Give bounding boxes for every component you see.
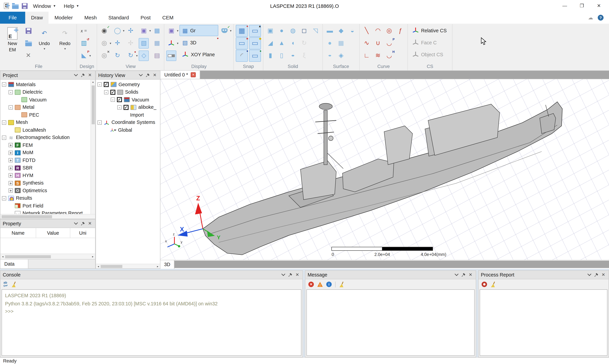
ellipsoid-tool[interactable]: ● xyxy=(288,50,298,61)
process-report-list[interactable] xyxy=(480,289,608,356)
pin-panel-icon[interactable] xyxy=(594,272,599,278)
snap-vertex-button[interactable]: ▭▲ xyxy=(249,25,261,37)
spring-tool[interactable]: ξ xyxy=(299,50,309,61)
message-list[interactable] xyxy=(306,289,475,356)
dropdown-caret-icon[interactable]: ▾ xyxy=(149,29,151,32)
visibility-checkbox[interactable]: ✓ xyxy=(110,90,115,95)
plane-toggle-button[interactable]: ◇ xyxy=(139,50,149,61)
tree-item-electromagnetic-solution[interactable]: -≋Electromagnetic Solution xyxy=(2,134,91,141)
tab-modeler[interactable]: Modeler xyxy=(49,12,78,24)
tree-expander[interactable]: - xyxy=(2,135,6,140)
close-panel-icon[interactable]: ✕ xyxy=(87,221,93,227)
cone-tool[interactable]: ▲ xyxy=(277,38,287,48)
tree-item-fdtd[interactable]: +TFDTD xyxy=(2,156,91,164)
snap-midpoint-button[interactable]: ▭◆ xyxy=(249,37,261,49)
scroll-right-icon[interactable]: ► xyxy=(91,255,95,258)
working-plane-button[interactable]: ◣P xyxy=(79,50,89,61)
scroll-left-icon[interactable]: ◄ xyxy=(0,255,5,258)
open-project-icon[interactable] xyxy=(12,4,19,9)
measure-button[interactable]: ▥↺ xyxy=(79,38,89,48)
close-panel-icon[interactable]: ✕ xyxy=(295,272,300,278)
tab-mesh[interactable]: Mesh xyxy=(78,12,103,24)
arc-tool[interactable]: ◠ xyxy=(373,26,383,36)
mesh-surface-tool[interactable]: ▦ xyxy=(336,38,346,48)
tree-item-synthesis[interactable]: +SSynthesis xyxy=(2,179,91,187)
fit-selection-button[interactable]: ✢ xyxy=(126,38,136,48)
tree-expander[interactable]: + xyxy=(9,151,13,155)
box-tool[interactable]: ▣ xyxy=(265,26,275,36)
tree-expander[interactable]: + xyxy=(9,188,13,193)
relative-cs-button[interactable]: Relative CS xyxy=(410,25,450,36)
tab-cem[interactable]: CEM xyxy=(156,12,180,24)
display-mode-button[interactable]: ▣ xyxy=(166,26,176,36)
tree-expander[interactable]: - xyxy=(98,82,102,87)
hide-button[interactable]: ◎ xyxy=(99,38,109,48)
tree-item-import[interactable]: +Import xyxy=(98,111,160,119)
close-panel-icon[interactable]: ✕ xyxy=(468,272,473,278)
cloud-sync-icon[interactable]: ☁ xyxy=(588,15,593,21)
stop-process-icon[interactable] xyxy=(481,282,487,287)
error-filter-icon[interactable]: ✕ xyxy=(308,282,314,287)
pin-panel-icon[interactable] xyxy=(80,72,86,78)
save-button[interactable] xyxy=(23,26,33,36)
new-em-button[interactable]: New EM xyxy=(3,25,22,53)
redo-button[interactable]: ↷Redo▾ xyxy=(55,25,75,50)
closed-spline-tool[interactable]: ∪ xyxy=(373,38,383,48)
scrollbar-thumb[interactable] xyxy=(101,265,122,268)
tree-item-geometry[interactable]: -✓Geometry xyxy=(98,81,160,88)
tree-item-metal[interactable]: -Metal xyxy=(2,104,91,111)
open-button[interactable] xyxy=(23,38,33,48)
tree-expander[interactable]: - xyxy=(98,120,102,125)
dropdown-caret-icon[interactable]: ▾ xyxy=(123,29,124,32)
tree-expander[interactable]: + xyxy=(9,143,13,147)
grid-toggle-button[interactable]: ▧ xyxy=(139,38,149,48)
save-icon[interactable] xyxy=(22,3,27,9)
tree-item-solids[interactable]: -✓Solids xyxy=(98,88,160,96)
scrollbar-thumb[interactable] xyxy=(1,215,52,218)
dropdown-caret-icon[interactable]: ▾ xyxy=(44,47,45,51)
wedge-tool[interactable]: ◢ xyxy=(265,38,275,48)
object-cs-button[interactable]: Object CS xyxy=(410,49,450,60)
property-horizontal-scrollbar[interactable]: ◄ ► xyxy=(0,254,95,259)
pin-panel-icon[interactable] xyxy=(145,72,151,78)
tree-expander[interactable]: - xyxy=(2,196,6,200)
face-cs-button[interactable]: Face C xyxy=(410,37,450,48)
dropdown-caret-icon[interactable]: ▾ xyxy=(64,47,66,51)
tree-expander[interactable]: + xyxy=(9,158,13,162)
property-column-name[interactable]: Name xyxy=(0,228,36,238)
patch-surface-tool[interactable]: ◈ xyxy=(336,50,346,61)
grid-3d-button[interactable]: ▧●3D xyxy=(180,37,218,48)
dropdown-caret-icon[interactable]: ▾ xyxy=(177,41,178,45)
console-output[interactable]: LASPCEM 2023 R1 (18869)Python 3.8.2 (tag… xyxy=(1,289,301,356)
bend-tool[interactable]: ◹ xyxy=(310,26,320,36)
tree-expander[interactable]: + xyxy=(9,173,13,178)
collapse-panel-icon[interactable] xyxy=(138,72,143,78)
pin-panel-icon[interactable] xyxy=(80,221,86,227)
equation-curve-tool[interactable]: ƒ xyxy=(395,26,405,36)
tree-item-global[interactable]: +wGlobal xyxy=(98,126,160,134)
tab-untitled-0[interactable]: Untitled 0 * ✕ xyxy=(160,71,200,79)
visibility-checkbox[interactable]: ✓ xyxy=(124,105,129,110)
dropdown-caret-icon[interactable]: ▾ xyxy=(89,54,91,57)
snap-edge-button[interactable]: ▭■ xyxy=(236,37,248,49)
tree-expander[interactable]: - xyxy=(9,105,13,109)
dropdown-caret-icon[interactable]: ▾ xyxy=(110,41,111,45)
restore-button[interactable]: ❐ xyxy=(573,0,590,11)
p-curve-tool[interactable]: ◡P xyxy=(384,38,394,48)
tab-file[interactable]: File xyxy=(0,12,25,24)
scrollbar-thumb[interactable] xyxy=(5,255,51,258)
warning-filter-icon[interactable]: ! xyxy=(317,282,323,287)
sphere-tool[interactable]: ● xyxy=(277,26,287,36)
xoy-plane-button[interactable]: XOY Plane xyxy=(180,49,218,60)
scroll-up-icon[interactable]: ▲ xyxy=(92,80,94,84)
fit-all-button[interactable]: ✢ xyxy=(126,26,136,36)
close-button[interactable]: ✕ xyxy=(590,0,608,11)
tree-expander[interactable]: - xyxy=(2,82,6,87)
torus-tool[interactable]: ◍ xyxy=(288,26,298,36)
minimize-button[interactable]: — xyxy=(556,0,573,11)
polygon-tool[interactable]: ◆ xyxy=(336,26,346,36)
tree-expander[interactable]: - xyxy=(2,120,6,125)
grid-settings-button[interactable]: ▦ xyxy=(152,38,162,48)
tree-item-aliboke-[interactable]: -✓aliboke_ xyxy=(98,104,160,111)
info-filter-icon[interactable]: i xyxy=(326,282,332,287)
